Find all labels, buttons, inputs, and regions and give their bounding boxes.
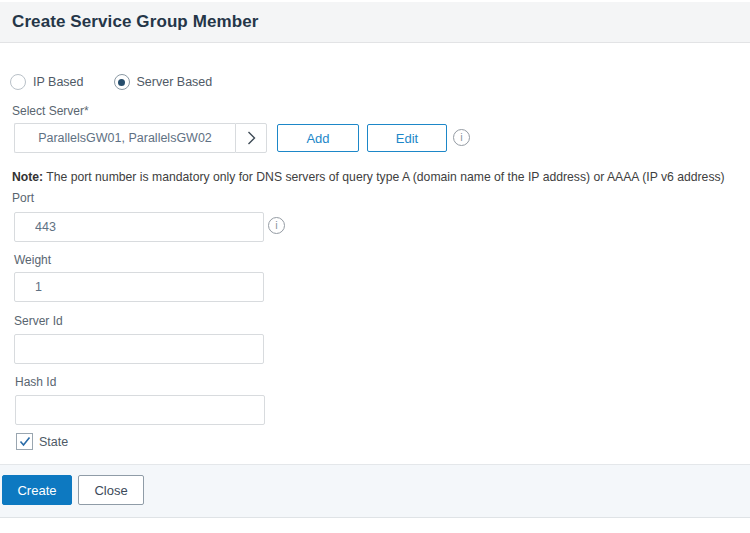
chevron-right-icon — [247, 131, 256, 145]
radio-unselected-icon[interactable] — [10, 74, 26, 90]
checkmark-icon — [19, 436, 31, 447]
dialog-header: Create Service Group Member — [0, 2, 750, 43]
state-label: State — [39, 435, 68, 449]
port-info-icon[interactable]: i — [268, 217, 285, 234]
radio-ip-based[interactable]: IP Based — [10, 74, 84, 90]
radio-server-based[interactable]: Server Based — [114, 74, 213, 90]
state-row: State — [16, 433, 68, 450]
radio-selected-icon[interactable] — [114, 74, 130, 90]
add-server-button[interactable]: Add — [277, 124, 359, 152]
server-id-input[interactable] — [14, 334, 264, 364]
create-service-group-member-dialog: Create Service Group Member IP Based Ser… — [0, 0, 750, 533]
hash-id-input[interactable] — [15, 395, 265, 425]
port-input[interactable] — [14, 212, 264, 242]
edit-server-button[interactable]: Edit — [367, 124, 447, 152]
port-label: Port — [12, 191, 34, 205]
hash-id-label: Hash Id — [15, 375, 56, 389]
select-server-combo — [14, 123, 267, 153]
create-button[interactable]: Create — [2, 475, 72, 505]
select-server-input[interactable] — [14, 123, 235, 153]
radio-ip-based-label: IP Based — [33, 75, 84, 89]
note-body: The port number is mandatory only for DN… — [43, 170, 724, 184]
server-expand-button[interactable] — [235, 123, 267, 153]
weight-input[interactable] — [14, 272, 264, 302]
radio-dot — [118, 79, 125, 86]
weight-label: Weight — [14, 253, 51, 267]
page-title: Create Service Group Member — [12, 12, 258, 32]
select-server-label: Select Server* — [12, 104, 89, 118]
note-prefix: Note: — [12, 170, 43, 184]
server-id-label: Server Id — [14, 314, 63, 328]
note-text: Note: The port number is mandatory only … — [12, 170, 738, 184]
state-checkbox[interactable] — [16, 433, 33, 450]
radio-server-based-label: Server Based — [137, 75, 213, 89]
close-button[interactable]: Close — [78, 475, 144, 505]
member-type-radio-group: IP Based Server Based — [10, 74, 242, 90]
select-server-info-icon[interactable]: i — [453, 129, 470, 146]
